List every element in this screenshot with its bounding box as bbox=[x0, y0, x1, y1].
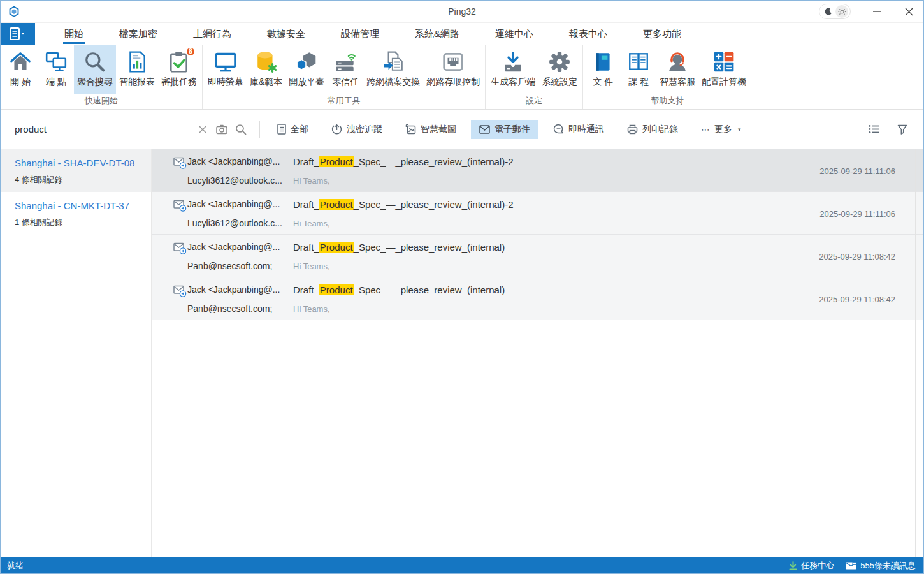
ribbon-group-caption: 常用工具 bbox=[205, 94, 483, 109]
chevron-down-icon: ▾ bbox=[738, 126, 741, 133]
email-sender: Jack <Jackpanbing@... bbox=[187, 156, 282, 166]
filter-tab-label: 電子郵件 bbox=[494, 124, 530, 135]
search-highlight: Product bbox=[319, 242, 354, 253]
open-platform-icon bbox=[294, 50, 319, 74]
camera-icon[interactable] bbox=[212, 120, 231, 139]
minimize-button[interactable] bbox=[862, 1, 892, 23]
email-result-row[interactable]: Jack <Jackpanbing@... Lucyli3612@outlook… bbox=[152, 149, 923, 192]
unread-mail-icon bbox=[846, 562, 856, 570]
filter-tab-smart-screenshot[interactable]: 智慧截圖 bbox=[397, 120, 465, 139]
subject-suffix: _Spec_—_please_review_(internal) bbox=[354, 284, 505, 295]
content-area: Shanghai - SHA-DEV-DT-08 4 條相關記錄 Shangha… bbox=[1, 149, 923, 557]
filter-tab-label: 全部 bbox=[291, 124, 308, 135]
sidebar-item-device[interactable]: Shanghai - CN-MKT-DT-37 1 條相關記錄 bbox=[1, 192, 151, 235]
ribbon-group-caption: 設定 bbox=[487, 94, 581, 109]
ribbon-group-quick-start: 開 始 端 點 聚合搜尋 bbox=[1, 45, 203, 109]
ribbon-item-aggregate-search[interactable]: 聚合搜尋 bbox=[74, 45, 116, 94]
ribbon-item-label: 網路存取控制 bbox=[426, 77, 480, 88]
subject-prefix: Draft_ bbox=[293, 199, 319, 210]
menu-tab-ops-center[interactable]: 運維中心 bbox=[477, 23, 551, 45]
filter-tab-print-record[interactable]: 列印記錄 bbox=[619, 120, 686, 139]
email-timestamp: 2025-09-29 11:11:06 bbox=[819, 166, 895, 176]
filter-tab-email[interactable]: 電子郵件 bbox=[471, 120, 538, 139]
unread-messages-button[interactable]: 555條未讀訊息 bbox=[846, 560, 916, 571]
ribbon-item-library-template[interactable]: 庫&範本 bbox=[247, 45, 285, 94]
list-view-icon[interactable] bbox=[865, 120, 884, 139]
window-title: Ping32 bbox=[1, 6, 923, 17]
filter-tab-more[interactable]: ⋯ 更多 ▾ bbox=[693, 120, 749, 139]
approval-badge: 8 bbox=[185, 47, 196, 57]
menu-tab-data-security[interactable]: 數據安全 bbox=[249, 23, 323, 45]
email-result-row[interactable]: Jack <Jackpanbing@... Panb@nsecsoft.com;… bbox=[152, 235, 923, 277]
sent-mail-icon bbox=[173, 157, 187, 186]
instant-message-icon bbox=[553, 124, 564, 135]
search-highlight: Product bbox=[319, 156, 354, 167]
ribbon-item-endpoints[interactable]: 端 點 bbox=[38, 45, 74, 94]
device-record-count: 4 條相關記錄 bbox=[15, 174, 137, 186]
divider bbox=[259, 121, 260, 138]
more-ellipsis-icon: ⋯ bbox=[701, 124, 710, 135]
ribbon-item-label: 開放平臺 bbox=[289, 77, 324, 88]
ribbon-item-smart-service[interactable]: 智慧客服 bbox=[656, 45, 698, 94]
filter-funnel-icon[interactable] bbox=[893, 120, 912, 139]
ribbon-item-label: 跨網檔案交換 bbox=[366, 77, 420, 88]
email-recipient: Panb@nsecsoft.com; bbox=[187, 304, 282, 314]
menu-tab-more-features[interactable]: 更多功能 bbox=[625, 23, 699, 45]
task-center-button[interactable]: 任務中心 bbox=[789, 560, 834, 571]
subject-prefix: Draft_ bbox=[293, 156, 319, 167]
library-template-icon bbox=[254, 50, 278, 74]
ribbon-item-system-settings[interactable]: 系統設定 bbox=[538, 45, 581, 94]
ribbon-item-home[interactable]: 開 始 bbox=[3, 45, 38, 94]
generate-client-icon bbox=[501, 50, 525, 74]
theme-toggle[interactable] bbox=[819, 4, 851, 19]
smart-service-icon bbox=[665, 50, 689, 74]
search-input[interactable] bbox=[15, 124, 193, 135]
live-screen-icon bbox=[213, 50, 238, 74]
documents-icon bbox=[591, 50, 615, 74]
email-subject: Draft_Product_Spec_—_please_review_(inte… bbox=[293, 284, 819, 295]
device-sidebar: Shanghai - SHA-DEV-DT-08 4 條相關記錄 Shangha… bbox=[1, 149, 152, 557]
ribbon-group-common-tools: 即時螢幕 庫&範本 開放平臺 bbox=[203, 45, 486, 109]
ribbon-item-approval-tasks[interactable]: 8 審批任務 bbox=[158, 45, 200, 94]
ribbon-item-label: 審批任務 bbox=[161, 77, 197, 88]
menu-tab-home[interactable]: 開始 bbox=[47, 23, 101, 45]
moon-icon[interactable] bbox=[821, 5, 834, 18]
ribbon-item-live-screen[interactable]: 即時螢幕 bbox=[205, 45, 247, 94]
ribbon-item-generate-client[interactable]: 生成客戶端 bbox=[487, 45, 538, 94]
email-timestamp: 2025-09-29 11:11:06 bbox=[819, 209, 895, 219]
sidebar-item-device[interactable]: Shanghai - SHA-DEV-DT-08 4 條相關記錄 bbox=[1, 149, 151, 192]
endpoints-icon bbox=[44, 50, 68, 74]
ribbon-item-zero-trust[interactable]: 零信任 bbox=[328, 45, 363, 94]
ribbon-item-smart-report[interactable]: 智能报表 bbox=[116, 45, 158, 94]
app-window: Ping32 開始 檔案加密 上網行為 bbox=[0, 0, 924, 574]
sun-icon[interactable] bbox=[835, 5, 848, 18]
menu-tab-report-center[interactable]: 報表中心 bbox=[551, 23, 625, 45]
ribbon-item-cross-network-exchange[interactable]: 跨網檔案交換 bbox=[363, 45, 423, 94]
filter-tab-label: 智慧截圖 bbox=[421, 124, 456, 135]
cross-network-exchange-icon bbox=[381, 50, 405, 74]
subject-suffix: _Spec_—_please_review_(internal)-2 bbox=[354, 156, 514, 167]
close-button[interactable] bbox=[894, 1, 923, 23]
email-result-row[interactable]: Jack <Jackpanbing@... Lucyli3612@outlook… bbox=[152, 192, 923, 235]
ribbon-item-network-access-control[interactable]: 網路存取控制 bbox=[423, 45, 483, 94]
email-result-row[interactable]: Jack <Jackpanbing@... Panb@nsecsoft.com;… bbox=[152, 277, 923, 320]
filter-tab-instant-message[interactable]: 即時通訊 bbox=[545, 120, 612, 139]
email-icon bbox=[479, 125, 490, 134]
ribbon-item-config-calculator[interactable]: 配置計算機 bbox=[698, 45, 749, 94]
menu-tab-device-management[interactable]: 設備管理 bbox=[323, 23, 397, 45]
config-calculator-icon bbox=[712, 50, 736, 74]
ribbon-item-courses[interactable]: 課 程 bbox=[621, 45, 656, 94]
filter-tab-all[interactable]: 全部 bbox=[269, 120, 317, 139]
menu-tab-system-network[interactable]: 系統&網路 bbox=[397, 23, 477, 45]
ribbon-item-documents[interactable]: 文 件 bbox=[585, 45, 621, 94]
ribbon-item-open-platform[interactable]: 開放平臺 bbox=[285, 45, 328, 94]
network-access-control-icon bbox=[441, 50, 465, 74]
system-settings-icon bbox=[547, 50, 572, 74]
menu-tab-web-behavior[interactable]: 上網行為 bbox=[175, 23, 249, 45]
clear-x-icon[interactable] bbox=[193, 120, 212, 139]
search-icon[interactable] bbox=[231, 120, 250, 139]
scrollbar[interactable] bbox=[915, 149, 916, 557]
menu-tab-file-encryption[interactable]: 檔案加密 bbox=[101, 23, 175, 45]
filter-tab-leak-trace[interactable]: 洩密追蹤 bbox=[323, 120, 391, 139]
app-menu-button[interactable] bbox=[1, 23, 35, 45]
